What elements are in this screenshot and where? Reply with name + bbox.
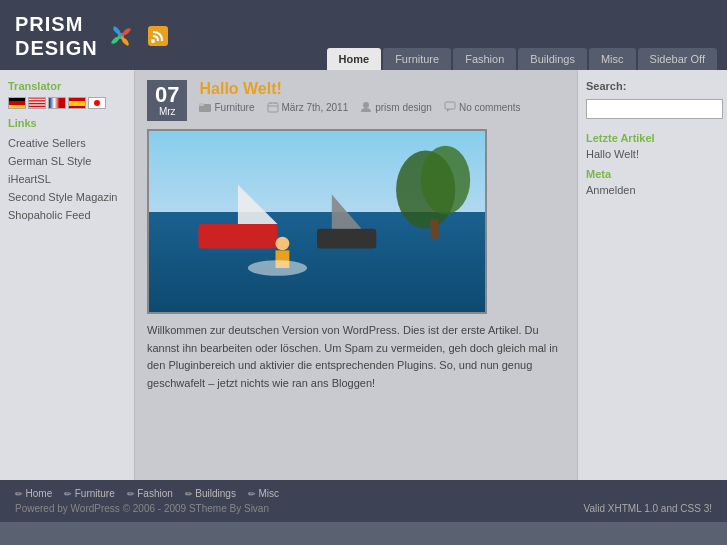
svg-marker-15 [238,185,278,224]
post-image-inner [149,131,485,312]
search-row [586,96,719,122]
post-date-box: 07 Mrz [147,80,187,121]
user-icon [360,101,372,113]
svg-rect-4 [199,103,204,106]
folder-icon [199,101,211,113]
svg-point-9 [363,102,369,108]
logo-line2: DESIGN [15,37,98,59]
pinwheel-icon [106,21,136,51]
german-sl-style-link[interactable]: German SL Style [8,155,91,167]
sidebar-links: Creative Sellers German SL Style iHeartS… [8,134,126,224]
flag-row [8,97,126,109]
nav-item-home[interactable]: Home [327,48,382,70]
footer-nav-fashion[interactable]: Fashion [127,488,173,499]
footer-nav-furniture[interactable]: Furniture [64,488,115,499]
flag-french[interactable] [48,97,66,109]
latest-article-link-0[interactable]: Hallo Welt! [586,148,719,160]
list-item: iHeartSL [8,170,126,188]
nav-item-buildings[interactable]: Buildings [518,48,587,70]
svg-rect-1 [148,26,168,46]
meta-comments: No comments [444,101,521,113]
latest-articles-label: Letzte Artikel [586,132,719,144]
scene-svg [149,131,485,312]
svg-point-2 [151,39,155,43]
logo-text: PRISM DESIGN [15,12,98,60]
nav-item-misc[interactable]: Misc [589,48,636,70]
search-input[interactable] [586,99,723,119]
post-meta: Furniture März 7th, 2011 prism design No… [199,101,565,113]
flag-spanish[interactable] [68,97,86,109]
post-header: 07 Mrz Hallo Welt! Furniture März 7th, 2… [147,80,565,121]
search-label: Search: [586,80,719,92]
meta-link-0[interactable]: Anmelden [586,184,719,196]
list-item: Shopaholic Feed [8,206,126,224]
translator-label: Translator [8,80,126,92]
comment-icon [444,101,456,113]
shopaholic-link[interactable]: Shopaholic Feed [8,209,91,221]
post-title: Hallo Welt! [199,80,565,98]
svg-point-18 [275,237,289,251]
creative-sellers-link[interactable]: Creative Sellers [8,137,86,149]
svg-rect-16 [317,229,376,249]
rss-icon[interactable] [148,26,168,46]
svg-rect-10 [445,102,455,109]
footer-bottom: Powered by WordPress © 2006 - 2009 SThem… [15,503,712,514]
footer: Home Furniture Fashion Buildings Misc Po… [0,480,727,522]
meta-author: prism design [360,101,432,113]
logo-line1: PRISM [15,13,83,35]
flag-german[interactable] [8,97,26,109]
list-item: Creative Sellers [8,134,126,152]
main-wrapper: Translator Links Creative Sellers German… [0,70,727,480]
footer-nav-buildings[interactable]: Buildings [185,488,236,499]
footer-nav: Home Furniture Fashion Buildings Misc [15,488,712,499]
post-date-month: Mrz [155,106,179,117]
footer-nav-misc[interactable]: Misc [248,488,279,499]
post-image [147,129,487,314]
svg-rect-13 [431,219,439,239]
links-label: Links [8,117,126,129]
footer-credit: Powered by WordPress © 2006 - 2009 SThem… [15,503,269,514]
flag-english[interactable] [28,97,46,109]
nav-item-sidebar-off[interactable]: Sidebar Off [638,48,717,70]
meta-category: Furniture [199,101,254,113]
svg-rect-14 [198,224,277,248]
svg-point-20 [248,260,307,276]
svg-point-12 [421,146,470,214]
list-item: Second Style Magazin [8,188,126,206]
second-style-link[interactable]: Second Style Magazin [8,191,117,203]
footer-valid: Valid XHTML 1.0 and CSS 3! [584,503,712,514]
calendar-icon [267,101,279,113]
post-content: Willkommen zur deutschen Version von Wor… [147,322,565,392]
footer-nav-home[interactable]: Home [15,488,52,499]
meta-label: Meta [586,168,719,180]
ihearsl-link[interactable]: iHeartSL [8,173,51,185]
left-sidebar: Translator Links Creative Sellers German… [0,70,135,480]
nav-item-furniture[interactable]: Furniture [383,48,451,70]
nav: Home Furniture Fashion Buildings Misc Si… [327,48,717,70]
svg-marker-17 [332,195,362,229]
content-area: 07 Mrz Hallo Welt! Furniture März 7th, 2… [135,70,577,480]
post-title-area: Hallo Welt! Furniture März 7th, 2011 pri… [199,80,565,113]
flag-japanese[interactable] [88,97,106,109]
svg-rect-5 [268,103,278,112]
meta-date: März 7th, 2011 [267,101,349,113]
nav-item-fashion[interactable]: Fashion [453,48,516,70]
list-item: German SL Style [8,152,126,170]
header: PRISM DESIGN Home Furniture Fashion Buil… [0,0,727,70]
post-date-day: 07 [155,84,179,106]
right-sidebar: Search: Letzte Artikel Hallo Welt! Meta … [577,70,727,480]
